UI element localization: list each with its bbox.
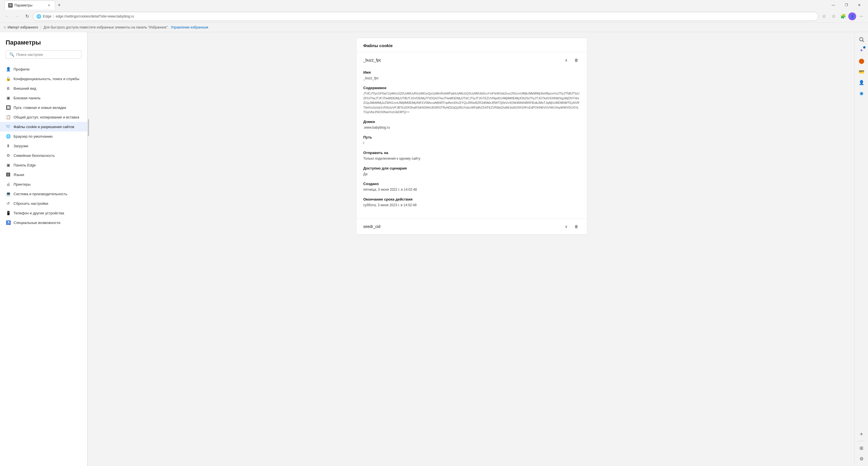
- cookie-field-path-value: /: [363, 141, 580, 146]
- right-sidebar-user-button[interactable]: 👤: [857, 77, 867, 87]
- svg-line-1: [862, 40, 864, 42]
- cookie-field-domain-label: Домен: [363, 120, 580, 124]
- cookie-field-created: Создано пятница, 3 июня 2022 г. в 14:02:…: [363, 182, 580, 192]
- sidebar-item-sharing-label: Общий доступ, копирование и вставка: [13, 115, 79, 119]
- start-icon: 🔲: [6, 105, 11, 110]
- sidebar-item-privacy-label: Конфиденциальность, поиск и службы: [13, 77, 80, 81]
- new-tab-button[interactable]: +: [55, 1, 63, 9]
- minimize-button[interactable]: —: [827, 1, 840, 9]
- sidebar-item-profiles[interactable]: 👤 Профили: [0, 64, 87, 74]
- search-input[interactable]: [17, 53, 78, 57]
- downloads-icon: ⬇: [6, 143, 11, 148]
- sidebar-item-sidebar[interactable]: ▣ Боковая панель: [0, 93, 87, 103]
- accessibility-icon: ♿: [6, 220, 11, 225]
- address-url: edge://settings/cookies/detail?site=www.…: [56, 14, 134, 18]
- browser-tab[interactable]: ⚙ Параметры ×: [4, 1, 55, 9]
- cookie-item-buzz-fpc-header[interactable]: _buzz_fpc ∧ 🗑: [356, 52, 587, 68]
- cookie-field-name-label: Имя: [363, 70, 580, 75]
- collapse-button-buzz-fpc[interactable]: ∧: [562, 56, 570, 64]
- sidebar-item-reset[interactable]: ↺ Сбросить настройки: [0, 199, 87, 208]
- sidebar-scrollbar[interactable]: [87, 32, 89, 466]
- extensions-button[interactable]: 🧩: [839, 12, 848, 21]
- sidebar-item-family[interactable]: ⚙ Семейная безопасность: [0, 151, 87, 160]
- right-sidebar-wallet-button[interactable]: 💳: [857, 66, 867, 77]
- address-brand: Edge: [43, 14, 51, 18]
- expand-button-seedr-cid[interactable]: ∨: [562, 223, 570, 230]
- sidebar-item-sharing[interactable]: 📋 Общий доступ, копирование и вставка: [0, 112, 87, 122]
- sidebar-item-edge-panel-label: Панель Edge: [13, 163, 36, 167]
- window-controls-right: — ❐ ✕: [827, 1, 866, 9]
- cookie-field-name-value: _buzz_fpc: [363, 76, 580, 81]
- cookie-field-content: Содержимое JTdCJTlycGF0aCUyMiUzQSUyMiUyR…: [363, 86, 580, 115]
- sidebar-item-cookies[interactable]: 🛡 Файлы cookie и разрешения сайтов: [0, 122, 87, 132]
- maximize-button[interactable]: ❐: [840, 1, 853, 9]
- favorites-separator: |: [40, 25, 41, 29]
- right-sidebar-search-button[interactable]: [857, 34, 867, 45]
- sidebar-item-system[interactable]: 💻 Система и производительность: [0, 189, 87, 199]
- cookie-field-name: Имя _buzz_fpc: [363, 70, 580, 81]
- reset-icon: ↺: [6, 201, 11, 206]
- cookie-field-domain-value: .www.babyblog.ru: [363, 125, 580, 130]
- right-sidebar-circle-button[interactable]: ⬤: [857, 56, 867, 66]
- tab-close-button[interactable]: ×: [46, 3, 52, 8]
- delete-button-buzz-fpc[interactable]: 🗑: [572, 56, 580, 64]
- cookies-icon: 🛡: [6, 124, 11, 129]
- right-sidebar-copilot-button[interactable]: ✦: [857, 45, 867, 55]
- sidebar-item-edge-panel[interactable]: ▣ Панель Edge: [0, 160, 87, 170]
- sidebar-item-printers[interactable]: 🖨 Принтеры: [0, 179, 87, 189]
- cookie-name-buzz-fpc: _buzz_fpc: [363, 58, 381, 62]
- cookie-field-expires-label: Окончание срока действия: [363, 197, 580, 201]
- sidebar-item-mobile[interactable]: 📱 Телефон и другие устройства: [0, 208, 87, 218]
- right-sidebar-grid-button[interactable]: ⊞: [857, 443, 867, 453]
- cookie-field-send-to-label: Отправить на: [363, 151, 580, 155]
- sidebar-item-default-browser[interactable]: 🌐 Браузер по умолчанию: [0, 132, 87, 141]
- favorites-message: Для быстрого доступа поместите избранные…: [43, 25, 168, 29]
- cookie-field-accessible-label: Доступно для сценария: [363, 166, 580, 170]
- cookie-item-seedr-cid-header[interactable]: seedr_cid ∨ 🗑: [356, 219, 587, 234]
- navigation-bar: ← → ↻ 🌐 Edge | edge://settings/cookies/d…: [0, 10, 868, 23]
- favorites-button[interactable]: ☆: [819, 12, 829, 21]
- cookie-field-expires: Окончание срока действия суббота, 3 июня…: [363, 197, 580, 208]
- tab-title: Параметры: [14, 3, 45, 7]
- sidebar-item-accessibility[interactable]: ♿ Специальные возможности: [0, 218, 87, 227]
- sidebar-item-privacy[interactable]: 🔒 Конфиденциальность, поиск и службы: [0, 74, 87, 84]
- sidebar-header: Параметры 🔍: [0, 32, 87, 62]
- collections-button[interactable]: ☆: [829, 12, 838, 21]
- cookie-panel: Файлы cookie _buzz_fpc ∧ 🗑 Имя: [356, 38, 587, 235]
- import-icon: ☆: [3, 25, 6, 29]
- sidebar-item-downloads[interactable]: ⬇ Загрузки: [0, 141, 87, 151]
- manage-favorites-link[interactable]: Управление избранным: [171, 25, 208, 29]
- right-sidebar: ✦ ⬤ 💳 👤 ◉ + ⊞ ⚙: [855, 32, 868, 466]
- printers-icon: 🖨: [6, 182, 11, 187]
- outlook-icon: ◉: [860, 91, 864, 96]
- sidebar-item-mobile-label: Телефон и другие устройства: [13, 211, 64, 215]
- right-sidebar-outlook-button[interactable]: ◉: [857, 88, 867, 98]
- sidebar-item-appearance[interactable]: 🖥 Внешний вид: [0, 84, 87, 93]
- menu-button[interactable]: ···: [857, 12, 866, 21]
- copilot-badge: [863, 46, 865, 49]
- search-box[interactable]: 🔍: [6, 50, 82, 59]
- refresh-button[interactable]: ↻: [23, 12, 32, 21]
- close-button[interactable]: ✕: [853, 1, 866, 9]
- sidebar-item-languages[interactable]: 🅰 Языки: [0, 170, 87, 179]
- main-layout: Параметры 🔍 👤 Профили 🔒 Конфиденциальнос…: [0, 32, 868, 466]
- address-bar[interactable]: 🌐 Edge | edge://settings/cookies/detail?…: [33, 12, 818, 21]
- right-sidebar-add-button[interactable]: +: [857, 429, 867, 439]
- cookie-field-send-to-value: Только подключения к одному сайту: [363, 156, 580, 161]
- search-icon: 🔍: [9, 52, 14, 57]
- import-label: Импорт избранного: [8, 25, 38, 29]
- sidebar-item-system-label: Система и производительность: [13, 192, 67, 196]
- right-sidebar-settings-button[interactable]: ⚙: [857, 454, 867, 464]
- favorites-bar: ☆ Импорт избранного | Для быстрого досту…: [0, 23, 868, 32]
- edge-panel-icon: ▣: [6, 163, 11, 168]
- cookie-field-expires-value: суббота, 3 июня 2023 г. в 14:02:48: [363, 203, 580, 208]
- import-favorites-button[interactable]: ☆ Импорт избранного: [3, 25, 38, 29]
- appearance-icon: 🖥: [6, 86, 11, 91]
- forward-button[interactable]: →: [12, 12, 22, 21]
- profile-button[interactable]: 👤: [848, 12, 856, 20]
- cookie-field-accessible: Доступно для сценария Да: [363, 166, 580, 177]
- sidebar-item-start[interactable]: 🔲 Пуск, главная и новые вкладки: [0, 103, 87, 112]
- delete-button-seedr-cid[interactable]: 🗑: [572, 223, 580, 230]
- sidebar-item-profiles-label: Профили: [13, 67, 30, 71]
- back-button[interactable]: ←: [2, 12, 11, 21]
